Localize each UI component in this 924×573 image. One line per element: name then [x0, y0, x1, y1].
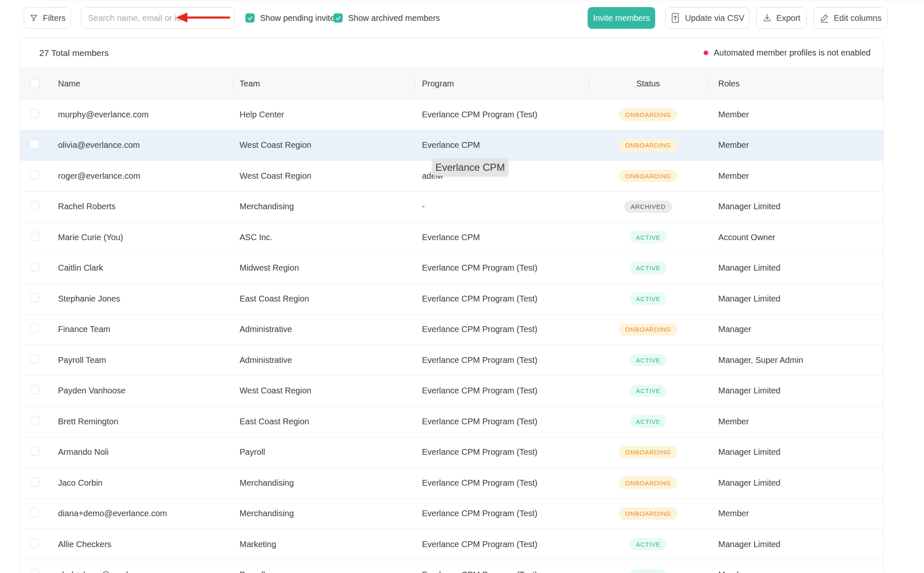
- cell-status: ACTIVE: [589, 354, 707, 366]
- row-checkbox[interactable]: [30, 139, 39, 149]
- members-card: 27 Total members Automated member profil…: [20, 38, 884, 573]
- archived-members-label: Show archived members: [348, 13, 440, 23]
- cell-team: Merchandising: [232, 202, 415, 211]
- pending-invites-toggle: Show pending invites: [245, 7, 339, 29]
- cell-status: ACTIVE: [589, 569, 707, 573]
- toolbar: Filters Show pending invites Show arc: [0, 0, 924, 38]
- status-badge: ACTIVE: [630, 231, 667, 243]
- cell-status: ACTIVE: [589, 231, 707, 243]
- row-checkbox[interactable]: [30, 262, 39, 271]
- row-checkbox[interactable]: [30, 324, 39, 333]
- table-row[interactable]: Finance Team Administrative Everlance CP…: [20, 314, 883, 345]
- cell-name: Armando Noli: [58, 447, 232, 457]
- table-row[interactable]: Rachel Roberts Merchandising - ARCHIVED …: [20, 192, 883, 223]
- status-badge: ONBOARDING: [619, 139, 677, 152]
- cell-team: East Coast Region: [232, 417, 415, 426]
- cell-roles: Member: [707, 570, 883, 573]
- row-checkbox[interactable]: [30, 416, 39, 425]
- cell-status: ARCHIVED: [589, 200, 707, 213]
- table-header-row: Name Team Program Status Roles: [20, 68, 883, 99]
- table-row[interactable]: Marie Curie (You) ASC Inc. Everlance CPM…: [20, 222, 883, 253]
- cell-roles: Manager: [707, 325, 883, 334]
- edit-columns-label: Edit columns: [834, 13, 882, 23]
- cell-roles: Member: [707, 171, 883, 181]
- row-checkbox[interactable]: [30, 508, 39, 517]
- row-checkbox[interactable]: [30, 539, 39, 548]
- update-csv-button[interactable]: Update via CSV: [665, 7, 750, 29]
- cell-name: murphy@everlance.com: [58, 110, 232, 119]
- filters-button[interactable]: Filters: [24, 7, 71, 29]
- column-header-status: Status: [589, 68, 707, 99]
- cell-program: Everlance CPM Program (Test): [415, 110, 589, 119]
- cell-roles: Manager, Super Admin: [707, 355, 883, 365]
- cell-status: ONBOARDING: [589, 170, 707, 182]
- edit-columns-button[interactable]: Edit columns: [813, 7, 888, 29]
- table-row[interactable]: clark+demo@everlance.com Payroll Everlan…: [20, 560, 883, 573]
- table-row[interactable]: Jaco Corbin Merchandising Everlance CPM …: [20, 468, 883, 499]
- table-row[interactable]: Payden Vanhoose West Coast Region Everla…: [20, 376, 883, 407]
- row-checkbox[interactable]: [30, 201, 39, 210]
- cell-program: Everlance CPM Program (Test): [415, 386, 589, 396]
- funnel-icon: [29, 13, 38, 23]
- table-row[interactable]: murphy@everlance.com Help Center Everlan…: [20, 99, 883, 130]
- cell-name: Payroll Team: [58, 355, 232, 365]
- cell-name: diana+demo@everlance.com: [58, 509, 232, 518]
- cell-roles: Member: [707, 509, 883, 518]
- archived-members-checkbox[interactable]: [333, 13, 343, 23]
- cell-program: Everlance CPM Program (Test): [415, 325, 589, 334]
- cell-program: Everlance CPM: [415, 233, 589, 242]
- export-label: Export: [776, 13, 800, 23]
- cell-roles: Member: [707, 140, 883, 150]
- cell-team: Administrative: [232, 325, 415, 334]
- pencil-icon: [820, 13, 829, 23]
- row-checkbox[interactable]: [30, 293, 39, 302]
- invite-members-button[interactable]: Invite members: [588, 7, 655, 29]
- cell-program: Everlance CPM Program (Test): [415, 417, 589, 426]
- row-checkbox[interactable]: [30, 355, 39, 364]
- cell-roles: Manager Limited: [707, 202, 883, 211]
- cell-team: Midwest Region: [232, 263, 415, 273]
- table-row[interactable]: diana+demo@everlance.com Merchandising E…: [20, 499, 883, 530]
- row-checkbox[interactable]: [30, 446, 39, 456]
- cell-status: ONBOARDING: [589, 139, 707, 152]
- alert-dot-icon: [704, 51, 708, 55]
- row-checkbox[interactable]: [30, 569, 39, 573]
- cell-name: Brett Remington: [58, 417, 232, 426]
- cell-team: ASC Inc.: [232, 233, 415, 242]
- cell-name: clark+demo@everlance.com: [58, 570, 232, 573]
- row-checkbox[interactable]: [30, 109, 39, 118]
- table-row[interactable]: Armando Noli Payroll Everlance CPM Progr…: [20, 437, 883, 468]
- export-button[interactable]: Export: [756, 7, 807, 29]
- row-checkbox[interactable]: [30, 477, 39, 487]
- check-icon: [335, 15, 341, 21]
- status-badge: ONBOARDING: [619, 170, 677, 182]
- cell-team: Merchandising: [232, 509, 415, 518]
- column-header-roles: Roles: [707, 68, 883, 99]
- cell-roles: Account Owner: [707, 233, 883, 242]
- table-row[interactable]: Caitlin Clark Midwest Region Everlance C…: [20, 253, 883, 284]
- pending-invites-checkbox[interactable]: [245, 13, 255, 23]
- table-row[interactable]: olivia@everlance.com West Coast Region E…: [20, 130, 883, 161]
- table-row[interactable]: Allie Checkers Marketing Everlance CPM P…: [20, 529, 883, 560]
- table-row[interactable]: Stephanie Jones East Coast Region Everla…: [20, 284, 883, 314]
- members-page: Filters Show pending invites Show arc: [0, 0, 924, 573]
- status-badge: ONBOARDING: [619, 108, 677, 121]
- cell-team: Help Center: [232, 110, 415, 119]
- pending-invites-label: Show pending invites: [260, 13, 339, 23]
- cell-program: -: [415, 202, 589, 211]
- cell-name: Jaco Corbin: [58, 478, 232, 488]
- cell-program: Everlance CPM Program (Test): [415, 478, 589, 488]
- row-checkbox[interactable]: [30, 385, 39, 394]
- cell-name: Payden Vanhoose: [58, 386, 232, 396]
- select-all-checkbox[interactable]: [30, 79, 39, 88]
- cell-roles: Manager Limited: [707, 386, 883, 396]
- row-checkbox[interactable]: [30, 232, 39, 241]
- notice-text: Automated member profiles is not enabled: [714, 48, 871, 58]
- cell-team: East Coast Region: [232, 294, 415, 304]
- cell-name: Marie Curie (You): [58, 233, 232, 242]
- table-row[interactable]: Payroll Team Administrative Everlance CP…: [20, 345, 883, 376]
- table-row[interactable]: Brett Remington East Coast Region Everla…: [20, 406, 883, 437]
- search-input[interactable]: [81, 7, 235, 29]
- row-checkbox[interactable]: [30, 170, 39, 180]
- cell-program: Everlance CPM Program (Test): [415, 509, 589, 518]
